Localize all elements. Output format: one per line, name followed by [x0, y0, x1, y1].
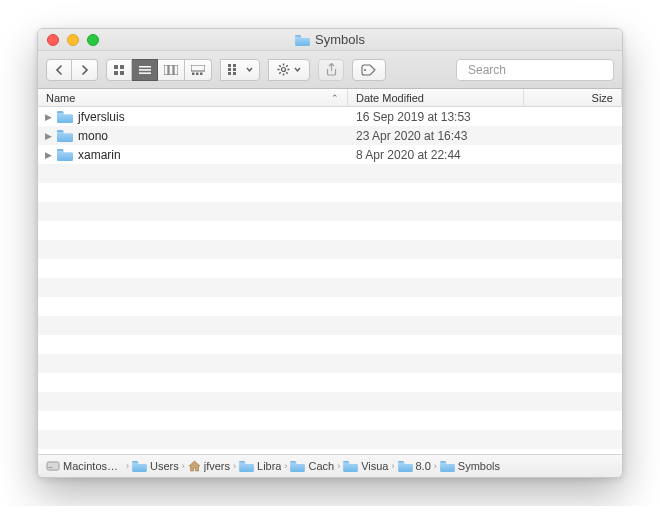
empty-row: [38, 240, 622, 259]
arrange-button[interactable]: [220, 59, 260, 81]
back-button[interactable]: [46, 59, 72, 81]
action-button[interactable]: [268, 59, 310, 81]
column-name[interactable]: Name ⌃: [38, 89, 348, 106]
svg-rect-2: [114, 71, 118, 75]
path-label: Users: [150, 460, 179, 472]
folder-icon: [239, 460, 254, 472]
arrange-icon: [228, 64, 242, 75]
empty-row: [38, 164, 622, 183]
folder-icon: [57, 110, 73, 123]
view-mode-buttons: [106, 59, 212, 81]
chevron-down-icon: [294, 67, 301, 72]
svg-rect-12: [196, 72, 199, 75]
path-item[interactable]: Libra: [239, 460, 281, 472]
svg-rect-4: [139, 66, 151, 68]
zoom-window-button[interactable]: [87, 34, 99, 46]
window-controls: [38, 34, 99, 46]
file-list[interactable]: ▶jfversluis16 Sep 2019 at 13:53▶mono23 A…: [38, 107, 622, 454]
path-separator-icon: ›: [233, 461, 236, 471]
path-label: Cach: [308, 460, 334, 472]
file-name: jfversluis: [78, 110, 125, 124]
disclosure-triangle-icon[interactable]: ▶: [44, 112, 52, 122]
folder-icon: [295, 34, 310, 46]
folder-icon: [343, 460, 358, 472]
empty-row: [38, 392, 622, 411]
svg-rect-18: [233, 68, 236, 71]
path-item[interactable]: Cach: [290, 460, 334, 472]
path-label: Macintosh HD: [63, 460, 123, 472]
path-item[interactable]: Macintosh HD: [46, 460, 123, 472]
table-row[interactable]: ▶xamarin8 Apr 2020 at 22:44: [38, 145, 622, 164]
disclosure-triangle-icon[interactable]: ▶: [44, 150, 52, 160]
svg-rect-13: [200, 72, 203, 75]
empty-row: [38, 221, 622, 240]
search-input[interactable]: [468, 63, 618, 77]
tags-button[interactable]: [352, 59, 386, 81]
disk-icon: [46, 460, 60, 472]
empty-row: [38, 202, 622, 221]
path-item[interactable]: Visua: [343, 460, 388, 472]
empty-row: [38, 354, 622, 373]
forward-button[interactable]: [72, 59, 98, 81]
minimize-window-button[interactable]: [67, 34, 79, 46]
svg-rect-33: [49, 467, 53, 468]
window-title: Symbols: [38, 32, 622, 47]
svg-line-27: [286, 65, 287, 66]
svg-line-26: [286, 72, 287, 73]
empty-row: [38, 297, 622, 316]
path-item[interactable]: Users: [132, 460, 179, 472]
path-label: jfvers: [204, 460, 230, 472]
gear-icon: [277, 63, 290, 76]
folder-icon: [290, 460, 305, 472]
folder-icon: [132, 460, 147, 472]
sort-ascending-icon: ⌃: [331, 93, 339, 103]
toolbar: [38, 51, 622, 89]
view-icon-button[interactable]: [106, 59, 132, 81]
table-row[interactable]: ▶jfversluis16 Sep 2019 at 13:53: [38, 107, 622, 126]
svg-point-20: [282, 68, 286, 72]
path-bar: Macintosh HD›Users›jfvers›Libra›Cach›Vis…: [38, 454, 622, 477]
empty-row: [38, 316, 622, 335]
folder-icon: [57, 129, 73, 142]
folder-icon: [57, 148, 73, 161]
svg-rect-6: [139, 72, 151, 74]
svg-rect-17: [233, 64, 236, 67]
file-date: 8 Apr 2020 at 22:44: [348, 148, 524, 162]
path-separator-icon: ›: [126, 461, 129, 471]
empty-row: [38, 259, 622, 278]
svg-rect-0: [114, 65, 118, 69]
nav-buttons: [46, 59, 98, 81]
window-title-text: Symbols: [315, 32, 365, 47]
column-date-modified[interactable]: Date Modified: [348, 89, 524, 106]
path-label: Symbols: [458, 460, 500, 472]
column-size[interactable]: Size: [524, 89, 622, 106]
empty-row: [38, 430, 622, 449]
close-window-button[interactable]: [47, 34, 59, 46]
gallery-icon: [191, 65, 205, 75]
path-label: 8.0: [416, 460, 431, 472]
path-item[interactable]: jfvers: [188, 460, 230, 472]
svg-rect-14: [228, 64, 231, 67]
path-item[interactable]: 8.0: [398, 460, 431, 472]
path-item[interactable]: Symbols: [440, 460, 500, 472]
path-separator-icon: ›: [182, 461, 185, 471]
folder-icon: [440, 460, 455, 472]
view-list-button[interactable]: [132, 59, 158, 81]
table-row[interactable]: ▶mono23 Apr 2020 at 16:43: [38, 126, 622, 145]
share-button[interactable]: [318, 59, 344, 81]
view-gallery-button[interactable]: [185, 59, 212, 81]
path-label: Libra: [257, 460, 281, 472]
empty-row: [38, 335, 622, 354]
svg-rect-3: [120, 71, 124, 75]
search-field[interactable]: [456, 59, 614, 81]
path-separator-icon: ›: [434, 461, 437, 471]
svg-rect-11: [192, 72, 195, 75]
chevron-down-icon: [246, 67, 253, 72]
svg-rect-5: [139, 69, 151, 71]
disclosure-triangle-icon[interactable]: ▶: [44, 131, 52, 141]
arrange-group: [220, 59, 260, 81]
chevron-left-icon: [55, 65, 63, 75]
view-column-button[interactable]: [158, 59, 185, 81]
titlebar: Symbols: [38, 29, 622, 51]
file-name: mono: [78, 129, 108, 143]
